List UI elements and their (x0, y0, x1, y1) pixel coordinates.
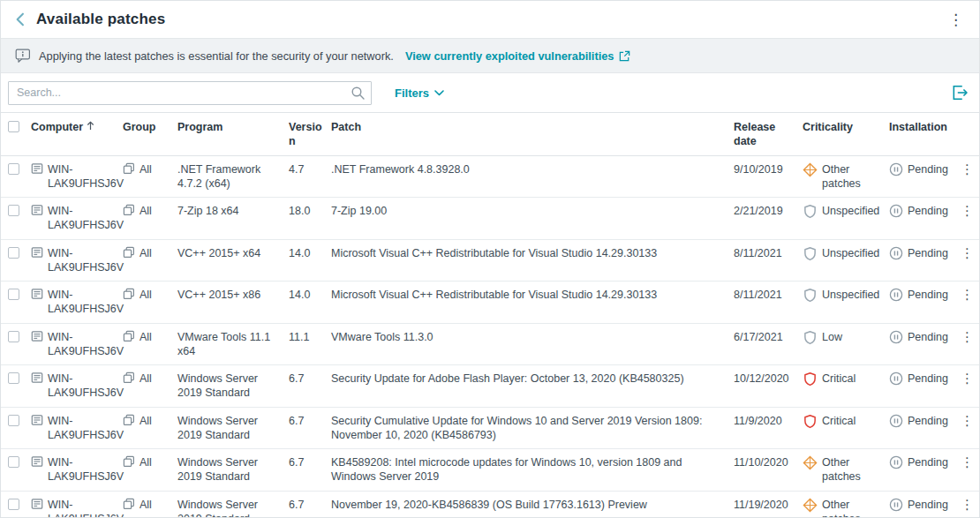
computer-name[interactable]: WIN-LAK9UFHSJ6V (48, 372, 124, 401)
chevron-down-icon (434, 90, 444, 96)
row-checkbox[interactable] (8, 163, 19, 175)
shield-icon (803, 330, 818, 345)
version-cell: 6.7 (289, 455, 331, 469)
row-menu-button[interactable]: ⋮ (958, 454, 976, 469)
group-cell: All (123, 288, 177, 302)
header-menu-button[interactable]: ⋮ (945, 11, 967, 29)
row-checkbox[interactable] (8, 499, 19, 510)
computer-cell: WIN-LAK9UFHSJ6V (31, 498, 123, 518)
search-input[interactable] (8, 81, 372, 105)
computer-name[interactable]: WIN-LAK9UFHSJ6V (48, 455, 124, 484)
filters-button[interactable]: Filters (395, 86, 444, 100)
checkbox-cell (8, 498, 31, 514)
criticality-label: Unspecified (822, 288, 879, 302)
column-label: Program (177, 120, 222, 134)
info-icon (15, 49, 31, 64)
search-icon[interactable] (351, 86, 366, 101)
group-icon (123, 246, 135, 259)
row-actions-cell: ⋮ (958, 498, 979, 513)
group-name: All (139, 372, 152, 386)
column-label: Computer (31, 120, 83, 134)
back-button[interactable] (10, 10, 29, 29)
group-name: All (139, 204, 152, 218)
table-row: WIN-LAK9UFHSJ6V All VC++ 2015+ x86 14.0 … (1, 282, 979, 324)
row-menu-button[interactable]: ⋮ (958, 245, 976, 260)
export-icon[interactable] (951, 84, 969, 101)
computer-cell: WIN-LAK9UFHSJ6V (31, 288, 123, 317)
computer-name[interactable]: WIN-LAK9UFHSJ6V (48, 204, 124, 233)
computer-icon (31, 455, 43, 468)
column-label: Criticality (803, 120, 853, 134)
computer-cell: WIN-LAK9UFHSJ6V (31, 372, 123, 401)
row-menu-button[interactable]: ⋮ (958, 497, 976, 512)
computer-name[interactable]: WIN-LAK9UFHSJ6V (48, 288, 124, 317)
shield-icon (803, 414, 818, 429)
group-icon (123, 372, 135, 384)
row-checkbox[interactable] (8, 247, 19, 259)
program-cell: Windows Server 2019 Standard (177, 455, 289, 484)
program-cell: VMware Tools 11.1 x64 (177, 330, 289, 359)
version-cell: 14.0 (289, 288, 331, 302)
pending-pause-icon (889, 372, 903, 386)
column-header-version[interactable]: Version (289, 120, 331, 149)
criticality-icon (803, 498, 818, 513)
computer-name[interactable]: WIN-LAK9UFHSJ6V (48, 414, 124, 443)
group-cell: All (123, 330, 177, 344)
row-checkbox[interactable] (8, 372, 19, 384)
row-checkbox[interactable] (8, 456, 19, 468)
criticality-cell: Unspecified (803, 288, 889, 303)
program-cell: Windows Server 2019 Standard (177, 414, 289, 443)
filters-label: Filters (395, 86, 429, 100)
installation-status: Pending (908, 372, 948, 386)
column-header-group[interactable]: Group (123, 120, 177, 134)
group-name: All (139, 246, 152, 260)
version-cell: 6.7 (289, 498, 331, 512)
installation-status: Pending (908, 330, 948, 344)
row-actions-cell: ⋮ (958, 455, 979, 470)
column-header-release-date[interactable]: Release date (734, 120, 803, 149)
row-checkbox[interactable] (8, 415, 19, 426)
page-title: Available patches (36, 11, 165, 28)
installation-cell: Pending (889, 455, 958, 469)
computer-name[interactable]: WIN-LAK9UFHSJ6V (48, 498, 124, 518)
checkbox-cell (8, 204, 31, 220)
criticality-cell: Critical (803, 414, 889, 429)
table-row: WIN-LAK9UFHSJ6V All .NET Framework 4.7.2… (1, 156, 979, 199)
criticality-cell: Unspecified (803, 246, 889, 261)
row-menu-button[interactable]: ⋮ (958, 413, 976, 428)
group-name: All (139, 455, 152, 469)
computer-name[interactable]: WIN-LAK9UFHSJ6V (48, 162, 124, 191)
criticality-icon (803, 204, 818, 219)
release-date-cell: 10/12/2020 (734, 372, 803, 386)
column-header-installation[interactable]: Installation (889, 120, 958, 134)
installation-status: Pending (908, 414, 948, 428)
release-date-cell: 11/10/2020 (734, 455, 803, 469)
column-header-program[interactable]: Program (177, 120, 289, 134)
row-checkbox[interactable] (8, 205, 19, 216)
row-menu-button[interactable]: ⋮ (958, 203, 976, 218)
row-menu-button[interactable]: ⋮ (958, 371, 976, 386)
header-checkbox-cell (8, 120, 31, 132)
row-checkbox[interactable] (8, 289, 19, 300)
group-icon (123, 162, 135, 175)
table-row: WIN-LAK9UFHSJ6V All Windows Server 2019 … (1, 408, 979, 450)
group-icon (123, 204, 135, 216)
installation-status: Pending (908, 288, 948, 302)
column-header-patch[interactable]: Patch (331, 120, 734, 134)
row-menu-button[interactable]: ⋮ (958, 329, 976, 344)
row-checkbox[interactable] (8, 331, 19, 342)
computer-name[interactable]: WIN-LAK9UFHSJ6V (48, 330, 124, 359)
row-menu-button[interactable]: ⋮ (958, 287, 976, 302)
computer-name[interactable]: WIN-LAK9UFHSJ6V (48, 246, 124, 275)
checkbox-cell (8, 162, 31, 178)
column-header-criticality[interactable]: Criticality (803, 120, 889, 134)
installation-status: Pending (908, 498, 948, 512)
select-all-checkbox[interactable] (8, 121, 19, 132)
computer-icon (31, 498, 43, 510)
version-cell: 18.0 (289, 204, 331, 218)
exploited-vulnerabilities-link[interactable]: View currently exploited vulnerabilities (405, 49, 632, 63)
row-menu-button[interactable]: ⋮ (958, 161, 976, 176)
group-icon (123, 455, 135, 468)
group-icon (123, 498, 135, 510)
column-header-computer[interactable]: Computer (31, 120, 123, 134)
